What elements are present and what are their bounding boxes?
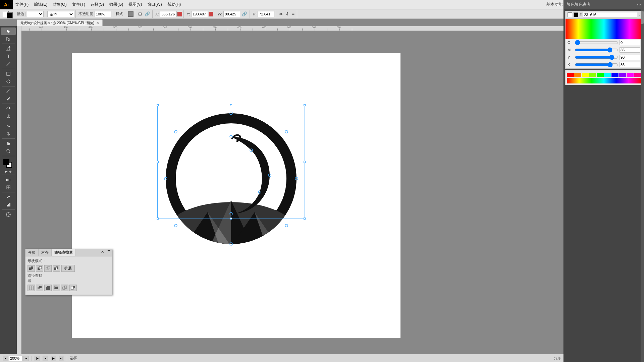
y-slider[interactable] <box>575 56 618 59</box>
collapse-icon[interactable]: ◂ <box>637 3 638 6</box>
handle-bottom-left[interactable] <box>157 218 159 220</box>
link-proportional-icon[interactable]: 🔗 <box>241 11 248 17</box>
color-swatch-magenta[interactable] <box>627 73 634 77</box>
expand-icon[interactable]: ▸ <box>640 3 641 6</box>
handle-top-right[interactable] <box>304 104 306 106</box>
trim-button[interactable] <box>36 285 43 291</box>
tab-align[interactable]: 对齐 <box>39 249 52 256</box>
handle-middle-right[interactable] <box>304 161 306 163</box>
hand-tool[interactable] <box>1 140 16 147</box>
color-swatch-pink[interactable] <box>634 73 641 77</box>
scrollbar-thumb[interactable] <box>641 11 644 24</box>
style-swatch[interactable] <box>128 11 133 17</box>
pen-tool[interactable] <box>1 45 16 52</box>
divide-button[interactable] <box>28 285 35 291</box>
zoom-tool[interactable] <box>1 147 16 155</box>
m-slider[interactable] <box>575 48 618 52</box>
type-tool[interactable]: T <box>1 53 16 60</box>
swap-colors-button[interactable]: ⇄ <box>5 170 8 174</box>
color-swatch-yellow[interactable] <box>582 73 589 77</box>
c-input[interactable] <box>620 40 640 45</box>
menu-object[interactable]: 对象(O) <box>50 0 69 9</box>
opacity-input[interactable] <box>95 11 111 17</box>
menu-file[interactable]: 文件(F) <box>13 0 31 9</box>
crop-button[interactable] <box>53 285 60 291</box>
merge-button[interactable] <box>44 285 52 291</box>
tab-pathfinder[interactable]: 路径查找器 <box>52 249 76 256</box>
play-button[interactable]: ▶ <box>51 356 56 361</box>
menu-text[interactable]: 文字(T) <box>69 0 88 9</box>
color-swatch-cyan[interactable] <box>604 73 611 77</box>
panel-menu-button[interactable]: ☰ <box>106 249 112 256</box>
direct-selection-tool[interactable] <box>1 35 16 43</box>
artboard-tool[interactable] <box>1 211 16 218</box>
gradient-tool[interactable] <box>1 176 16 183</box>
menu-effect[interactable]: 效果(G) <box>107 0 126 9</box>
color-swatch-violet[interactable] <box>619 73 626 77</box>
color-swatch-red[interactable] <box>567 73 574 77</box>
warp-tool[interactable] <box>1 122 16 130</box>
reflect-tool[interactable] <box>1 113 16 120</box>
k-slider[interactable] <box>575 63 618 66</box>
prev-frame-button[interactable]: ◂ <box>43 356 48 361</box>
line-tool[interactable] <box>1 60 16 68</box>
paintbrush-tool[interactable] <box>1 87 16 95</box>
zoom-input[interactable] <box>9 356 22 361</box>
spectrum-bar[interactable] <box>567 78 641 83</box>
mesh-tool[interactable] <box>1 184 16 191</box>
zoom-in-button[interactable]: ▸ <box>23 356 29 361</box>
h-input[interactable] <box>258 11 274 17</box>
m-input[interactable] <box>620 47 640 53</box>
rectangle-tool[interactable] <box>1 70 16 77</box>
handle-top-left[interactable] <box>157 104 159 106</box>
menu-view[interactable]: 视图(V) <box>126 0 145 9</box>
zoom-out-button[interactable]: ◂ <box>3 356 8 361</box>
outline-button[interactable] <box>61 285 68 291</box>
expand-button[interactable]: 扩展 <box>61 265 75 272</box>
stroke-color-swatch[interactable] <box>3 159 9 165</box>
minus-back-button[interactable] <box>69 285 77 291</box>
blend-select[interactable]: 基本 <box>47 11 74 17</box>
first-frame-button[interactable]: |◂ <box>35 356 40 361</box>
exclude-button[interactable] <box>53 265 60 272</box>
unite-button[interactable] <box>28 265 35 272</box>
pencil-tool[interactable] <box>1 95 16 103</box>
panel-close-button[interactable]: ✕ <box>99 249 106 256</box>
color-black-swatch[interactable] <box>574 12 578 17</box>
menu-edit[interactable]: 编辑(E) <box>31 0 50 9</box>
next-frame-button[interactable]: ▸| <box>59 356 64 361</box>
flip-h-icon[interactable]: ⇔ <box>278 11 284 17</box>
ellipse-tool[interactable] <box>1 78 16 85</box>
hex-input[interactable] <box>583 12 637 17</box>
menu-help[interactable]: 帮助(H) <box>165 0 184 9</box>
rotate-tool[interactable] <box>1 105 16 112</box>
handle-bottom-right[interactable] <box>304 218 306 220</box>
x-input[interactable] <box>160 11 177 17</box>
canvas-area[interactable] <box>21 26 564 354</box>
graph-tool[interactable] <box>1 201 16 208</box>
stroke-select[interactable] <box>27 11 44 17</box>
color-panel-collapse[interactable]: ▸ <box>639 13 640 17</box>
c-slider[interactable] <box>575 41 618 44</box>
color-swatch-green[interactable] <box>597 73 604 77</box>
symbol-tool[interactable] <box>1 193 16 201</box>
doc-tab[interactable]: 龙虎logo设计提案.ai* @ 200% (CMYK/GPU 预览) ✕ <box>17 19 103 26</box>
intersect-button[interactable] <box>44 265 52 272</box>
align-icon[interactable]: ≡ <box>291 11 296 17</box>
color-white-swatch[interactable] <box>568 12 572 17</box>
color-swatch-yellow-green[interactable] <box>589 73 596 77</box>
stroke-swatch[interactable] <box>7 12 13 18</box>
w-input[interactable] <box>223 11 240 17</box>
color-spectrum[interactable] <box>566 19 642 39</box>
menu-window[interactable]: 窗口(W) <box>145 0 164 9</box>
flip-v-icon[interactable]: ⇕ <box>284 11 290 17</box>
none-color-button[interactable]: ⊘ <box>9 170 12 174</box>
color-swatch-orange[interactable] <box>574 73 581 77</box>
minus-front-button[interactable] <box>36 265 43 272</box>
tab-transform[interactable]: 变换 <box>25 249 39 256</box>
k-input[interactable] <box>620 62 640 67</box>
width-tool[interactable] <box>1 130 16 137</box>
y-input[interactable] <box>191 11 208 17</box>
menu-select[interactable]: 选择(S) <box>88 0 107 9</box>
y-input[interactable] <box>620 55 640 60</box>
